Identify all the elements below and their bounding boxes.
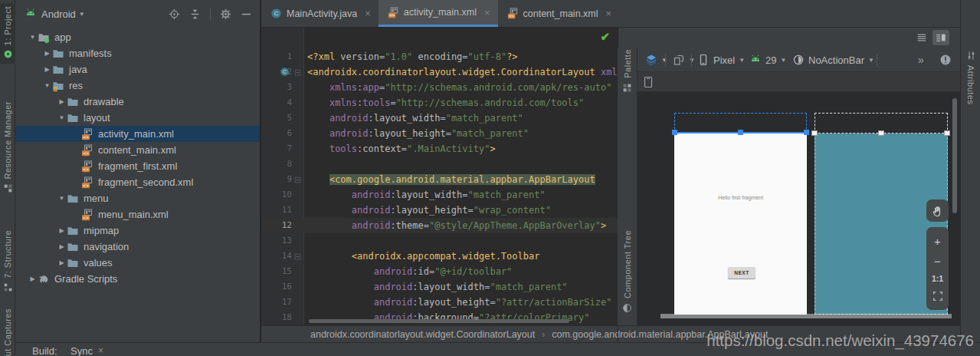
tree-item-res[interactable]: ▼res <box>15 77 260 94</box>
design-device-screen[interactable] <box>674 134 807 315</box>
code-line-1[interactable]: 1<?xml version="1.0" encoding="utf-8"?> <box>261 49 618 64</box>
project-view-selector[interactable]: Android <box>41 8 76 20</box>
minimize-icon[interactable] <box>241 8 252 20</box>
issue-panel-button[interactable] <box>939 48 952 72</box>
tree-item-mipmap[interactable]: ▶mipmap <box>15 222 260 239</box>
selection-handle[interactable] <box>804 130 809 135</box>
canvas-vertical-scrollbar[interactable] <box>952 98 957 213</box>
tree-item-app[interactable]: ▼app <box>15 29 260 45</box>
close-icon[interactable]: × <box>365 8 371 19</box>
tree-item-label: values <box>84 257 113 269</box>
zoom-ratio-button[interactable]: 1:1 <box>932 275 943 283</box>
code-line-8[interactable]: 8 <box>261 157 618 172</box>
code-line-10[interactable]: 10 android:layout_width="match_parent" <box>261 187 618 203</box>
tool-stripe-tab-1-project[interactable]: 1: Project <box>0 3 15 64</box>
tree-item-label: menu <box>84 193 109 204</box>
tree-chevron-icon[interactable]: ▼ <box>42 82 52 89</box>
tree-chevron-icon[interactable]: ▼ <box>28 34 38 41</box>
design-side-tab-component-tree[interactable]: Component Tree <box>618 230 637 313</box>
device-selector[interactable]: Pixel▼ <box>697 48 745 72</box>
tree-item-values[interactable]: ▶values <box>15 255 260 271</box>
tool-stripe-tab-layout-captures[interactable]: Layout Captures <box>0 305 15 356</box>
selection-handle[interactable] <box>672 130 677 135</box>
tree-chevron-icon[interactable]: ▶ <box>42 50 52 57</box>
tree-item-layout[interactable]: ▼layout <box>15 110 260 126</box>
tree-item-label: content_main.xml <box>98 144 176 156</box>
tree-item-gradle-scripts[interactable]: ▶Gradle Scripts <box>15 271 260 287</box>
tree-chevron-icon[interactable]: ▶ <box>57 227 67 234</box>
tree-item-fragment-second-xml[interactable]: <>fragment_second.xml <box>15 174 260 190</box>
code-line-16[interactable]: 16 android:layout_width="match_parent" <box>261 279 618 295</box>
zoom-out-button[interactable]: − <box>934 255 941 267</box>
code-line-2[interactable]: 2C<androidx.coordinatorlayout.widget.Coo… <box>261 64 618 80</box>
tree-item-navigation[interactable]: ▶navigation <box>15 239 260 255</box>
pan-tool-button[interactable] <box>926 199 949 222</box>
view-code-button[interactable] <box>913 30 930 45</box>
side-tab-label: Palette <box>623 49 632 78</box>
code-line-14[interactable]: 14 <androidx.appcompat.widget.Toolbar <box>261 249 618 264</box>
tree-chevron-icon[interactable]: ▶ <box>57 259 67 266</box>
code-line-5[interactable]: 5 android:layout_width="match_parent" <box>261 110 618 126</box>
design-canvas[interactable]: Hello first fragment NEXT + − 1:1 <box>637 92 960 325</box>
target-icon[interactable] <box>169 8 180 20</box>
code-line-15[interactable]: 15 android:id="@+id/toolbar" <box>261 264 618 279</box>
tree-item-java[interactable]: ▶java <box>15 61 260 77</box>
tree-item-manifests[interactable]: ▶manifests <box>15 45 260 61</box>
tree-chevron-icon[interactable]: ▶ <box>57 243 67 250</box>
toolbar-overflow-button[interactable]: » <box>918 48 924 72</box>
tree-chevron-icon[interactable]: ▼ <box>57 195 67 202</box>
code-line-17[interactable]: 17 android:layout_height="?attr/actionBa… <box>261 295 618 310</box>
tree-item-content-main-xml[interactable]: <>content_main.xml <box>15 142 260 158</box>
code-line-3[interactable]: 3 xmlns:app="http://schemas.android.com/… <box>261 80 618 95</box>
tree-chevron-icon[interactable]: ▶ <box>42 66 52 73</box>
code-line-13[interactable]: 13 <box>261 233 618 249</box>
tree-chevron-icon[interactable]: ▶ <box>28 275 38 282</box>
selection-handle[interactable] <box>738 130 743 135</box>
collapse-icon[interactable] <box>189 8 201 20</box>
tool-stripe-tab-resource-manager[interactable]: Resource Manager <box>0 98 15 198</box>
close-icon[interactable]: × <box>606 8 612 19</box>
editor-tab-activity-main-xml[interactable]: <>activity_main.xml× <box>379 0 498 27</box>
selection-handle[interactable] <box>944 130 950 136</box>
device-frame-icon[interactable] <box>642 76 654 88</box>
tree-chevron-icon[interactable]: ▼ <box>57 114 67 121</box>
code-line-12[interactable]: 12 android:theme="@style/AppTheme.AppBar… <box>261 218 618 233</box>
design-surface-selector[interactable]: ▼ <box>645 48 667 72</box>
fold-marker-icon[interactable] <box>293 68 302 77</box>
selection-handle[interactable] <box>811 130 818 136</box>
code-line-11[interactable]: 11 android:layout_height="wrap_content" <box>261 203 618 218</box>
line-number: 15 <box>261 264 292 279</box>
close-icon[interactable]: × <box>484 7 490 18</box>
zoom-to-fit-button[interactable] <box>932 291 943 302</box>
theme-selector[interactable]: NoActionBar▼ <box>792 48 874 72</box>
tree-chevron-icon[interactable]: ▶ <box>57 98 67 105</box>
tool-stripe-tab-7-structure[interactable]: 7: Structure <box>0 227 15 297</box>
selection-handle[interactable] <box>878 130 884 136</box>
code-line-6[interactable]: 6 android:layout_height="match_parent" <box>261 126 618 141</box>
attributes-tool-tab[interactable]: Attributes <box>961 51 980 104</box>
next-button-preview[interactable]: NEXT <box>728 267 755 279</box>
code-editor[interactable]: 1<?xml version="1.0" encoding="utf-8"?>2… <box>261 28 618 325</box>
code-line-9[interactable]: 9 <com.google.android.material.appbar.Ap… <box>261 172 618 187</box>
code-line-18[interactable]: 18 android:background="?attr/colorPrimar… <box>261 310 618 325</box>
tree-item-activity-main-xml[interactable]: <>activity_main.xml <box>15 126 260 142</box>
canvas-horizontal-scrollbar[interactable] <box>660 314 952 318</box>
tree-item-drawable[interactable]: ▶drawable <box>15 94 260 110</box>
gear-icon[interactable] <box>220 8 231 20</box>
code-line-4[interactable]: 4 xmlns:tools="http://schemas.android.co… <box>261 95 618 110</box>
fold-marker-icon[interactable] <box>293 252 302 261</box>
editor-horizontal-scrollbar[interactable] <box>309 319 569 323</box>
design-side-tab-palette[interactable]: Palette <box>618 49 637 93</box>
editor-tab-mainactivity-java[interactable]: CMainActivity.java× <box>261 0 379 27</box>
tree-item-menu[interactable]: ▼menu <box>15 190 260 206</box>
breadcrumb-item[interactable]: androidx.coordinatorlayout.widget.Coordi… <box>310 329 535 340</box>
view-split-button[interactable] <box>932 30 949 45</box>
zoom-in-button[interactable]: + <box>934 236 941 247</box>
close-icon[interactable]: × <box>98 345 103 356</box>
code-line-7[interactable]: 7 tools:context=".MainActivity"> <box>261 141 618 157</box>
fold-marker-icon[interactable] <box>293 176 302 184</box>
tree-item-menu-main-xml[interactable]: <>menu_main.xml <box>15 206 260 222</box>
tree-item-fragment-first-xml[interactable]: <>fragment_first.xml <box>15 158 260 174</box>
api-level-selector[interactable]: 29▼ <box>749 48 786 72</box>
build-sync-tab[interactable]: Sync <box>70 345 93 356</box>
